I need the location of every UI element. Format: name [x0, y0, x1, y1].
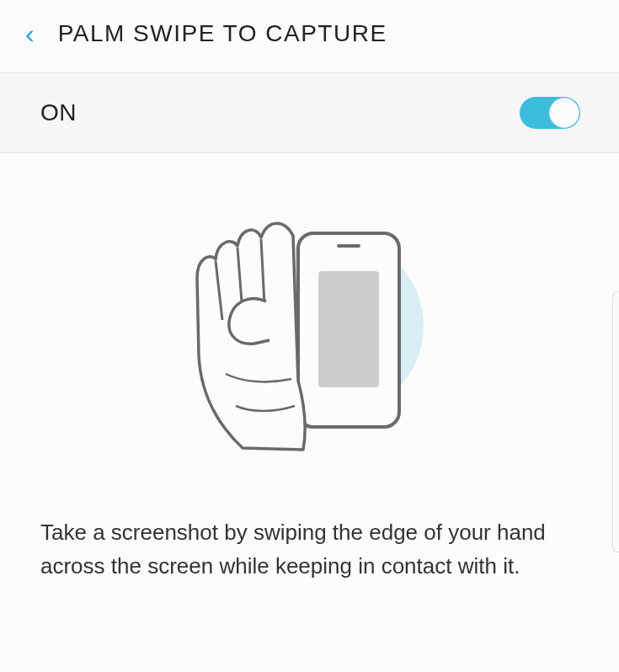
toggle-row: ON [0, 72, 619, 153]
feature-description: Take a screenshot by swiping the edge of… [0, 507, 619, 584]
palm-swipe-illustration-icon [167, 195, 453, 482]
illustration-area [0, 153, 619, 507]
toggle-knob [549, 98, 579, 128]
scroll-indicator[interactable] [612, 291, 619, 552]
svg-rect-3 [337, 244, 360, 248]
toggle-status-label: ON [40, 99, 77, 126]
svg-rect-2 [318, 271, 379, 387]
toggle-switch[interactable] [520, 97, 580, 129]
back-icon[interactable]: ‹ [25, 20, 35, 47]
header-bar: ‹ PALM SWIPE TO CAPTURE [0, 0, 619, 72]
page-title: PALM SWIPE TO CAPTURE [58, 20, 387, 47]
